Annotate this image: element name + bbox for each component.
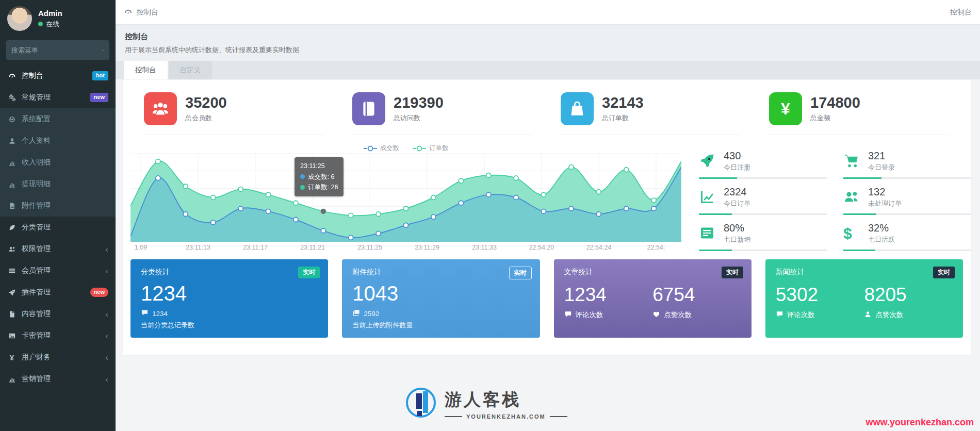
sidebar-item[interactable]: 分类管理 xyxy=(0,217,116,238)
stat-value: 35200 xyxy=(185,95,227,111)
x-tick-label: 23:11:25 xyxy=(357,244,382,251)
page-description: 用于展示当前系统中的统计数据、统计报表及重要实时数据 xyxy=(125,45,971,61)
cart-icon xyxy=(843,153,861,170)
person-icon xyxy=(864,310,872,320)
mini-stat-value: 32% xyxy=(868,222,895,234)
sidebar-item[interactable]: 收入明细 xyxy=(0,152,116,173)
stats-row: 35200总会员数219390总访问数32143总订单数¥174800总金额 xyxy=(123,80,971,135)
sidebar-item-label: 内容管理 xyxy=(22,309,105,319)
mini-stat: 430今日注册 xyxy=(699,147,830,183)
tab-strip: 控制台自定义 xyxy=(116,61,980,79)
sidebar-item[interactable]: 附件管理 xyxy=(0,195,116,217)
card-value: 5302 xyxy=(776,284,864,306)
card-meta-value: 2592 xyxy=(364,310,379,318)
realtime-badge: 实时 xyxy=(722,267,743,278)
x-tick-label: 23:11:29 xyxy=(415,244,439,251)
menu-badge: new xyxy=(90,93,108,102)
chevron-left-icon: ‹ xyxy=(105,331,108,340)
bar-chart-icon xyxy=(7,158,17,167)
x-tick-label: 1:09 xyxy=(135,244,147,251)
tachometer-icon xyxy=(124,8,133,16)
chart-plot-area[interactable] xyxy=(130,153,681,242)
sidebar-item[interactable]: 会员管理‹ xyxy=(0,260,116,281)
comment-icon xyxy=(776,310,783,320)
sidebar-item-label: 个人资料 xyxy=(22,136,108,145)
mini-stat-label: 未处理订单 xyxy=(868,199,902,208)
sidebar-item[interactable]: ¥用户财务‹ xyxy=(0,346,116,368)
tab-inactive[interactable]: 自定义 xyxy=(169,61,213,79)
site-url[interactable]: www.yourenkezhan.com xyxy=(866,417,974,428)
sidebar-item[interactable]: 常规管理new xyxy=(0,87,116,108)
sidebar-item[interactable]: 控制台hot xyxy=(0,65,116,87)
sidebar-item[interactable]: 内容管理‹ xyxy=(0,303,116,325)
stat-value: 174800 xyxy=(810,95,860,111)
sidebar-item-label: 收入明细 xyxy=(22,158,108,167)
series-dot-icon xyxy=(300,185,305,190)
sidebar-item[interactable]: 提现明细 xyxy=(0,173,116,195)
sidebar-item-label: 系统配置 xyxy=(22,114,108,124)
breadcrumb[interactable]: 控制台 xyxy=(124,8,158,17)
legend-label: 成交数 xyxy=(380,144,400,153)
card-caption: 当前上传的附件数量 xyxy=(352,321,529,330)
menu-badge: hot xyxy=(92,71,108,80)
breadcrumb-label: 控制台 xyxy=(137,8,158,17)
stat-card: 35200总会员数 xyxy=(144,92,324,135)
sidebar-item[interactable]: 系统配置 xyxy=(0,108,116,130)
card-value: 6754 xyxy=(652,284,741,306)
summary-card: 新闻统计实时5302评论次数8205点赞次数 xyxy=(765,259,963,338)
stat-label: 总订单数 xyxy=(602,113,644,123)
mini-stat-value: 132 xyxy=(868,186,902,198)
chevron-left-icon: ‹ xyxy=(105,375,108,384)
mini-stat-value: 80% xyxy=(724,222,750,234)
progress-bar xyxy=(699,177,827,179)
stat-label: 总金额 xyxy=(810,113,860,123)
chart-x-axis: 1:0923:11:1323:11:1723:11:2123:11:2523:1… xyxy=(130,244,681,253)
card-value-label: 点赞次数 xyxy=(664,310,692,320)
card-value-label: 评论次数 xyxy=(787,310,815,320)
sidebar-menu: 控制台hot常规管理new系统配置个人资料收入明细提现明细附件管理分类管理权限管… xyxy=(0,65,116,390)
chevron-left-icon: ‹ xyxy=(105,245,108,254)
x-tick-label: 22:54: xyxy=(647,244,665,251)
x-tick-label: 22:54:24 xyxy=(586,244,612,251)
sidebar-item[interactable]: 插件管理new xyxy=(0,281,116,303)
yen-icon: ¥ xyxy=(7,353,17,361)
table-icon xyxy=(699,225,716,242)
orders-chart[interactable]: 成交数订单数1:0923:11:1323:11:1723:11:2123:11:… xyxy=(130,146,681,249)
user-icon xyxy=(7,137,17,145)
gears-icon xyxy=(7,93,17,102)
images-icon xyxy=(352,309,360,318)
search-input[interactable] xyxy=(11,46,102,54)
heart-icon xyxy=(652,310,660,320)
card-value: 8205 xyxy=(864,284,953,306)
mini-stat: $32%七日活跃 xyxy=(843,219,974,255)
search-icon[interactable] xyxy=(102,44,104,56)
mini-stat: 80%七日新增 xyxy=(699,219,830,255)
stat-label: 总会员数 xyxy=(185,113,227,123)
sidebar-item[interactable]: 个人资料 xyxy=(0,130,116,152)
leaf-icon xyxy=(7,223,17,231)
sidebar-item[interactable]: 卡密管理‹ xyxy=(0,325,116,346)
book-icon xyxy=(352,92,385,125)
sidebar-item[interactable]: 权限管理‹ xyxy=(0,238,116,260)
user-status-label: 在线 xyxy=(46,20,59,29)
stat-card: 32143总订单数 xyxy=(561,92,741,135)
bar-chart-icon xyxy=(7,375,17,383)
bar-chart-icon xyxy=(7,180,17,188)
page-title: 控制台 xyxy=(125,32,971,42)
mini-stat: 321今日登录 xyxy=(843,147,974,183)
comment-icon xyxy=(564,310,572,320)
mini-stat-label: 今日注册 xyxy=(724,163,750,172)
progress-bar xyxy=(843,213,971,215)
topbar-right-link[interactable]: 控制台 xyxy=(950,8,972,17)
legend-item[interactable]: 成交数 xyxy=(364,144,400,153)
sidebar-item-label: 插件管理 xyxy=(22,288,90,297)
tab-active[interactable]: 控制台 xyxy=(124,61,168,79)
progress-bar xyxy=(843,177,971,179)
summary-card: 附件统计实时10432592当前上传的附件数量 xyxy=(342,259,540,338)
sidebar-item[interactable]: 营销管理‹ xyxy=(0,368,116,390)
tooltip-title: 23:11:25 xyxy=(300,161,338,172)
mini-stat-value: 430 xyxy=(724,150,750,162)
rocket-icon xyxy=(7,288,17,296)
realtime-badge: 实时 xyxy=(509,267,532,279)
legend-item[interactable]: 订单数 xyxy=(413,144,449,153)
